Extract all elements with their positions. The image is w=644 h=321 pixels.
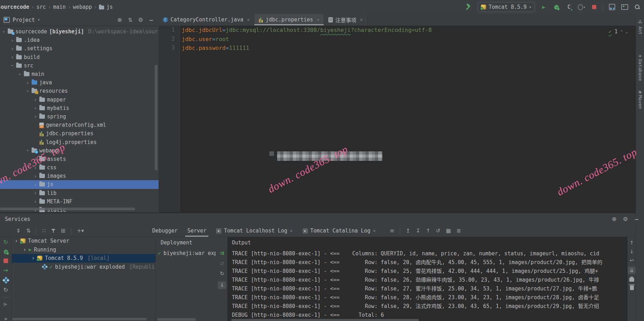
chevron-collapsed-icon[interactable]: › bbox=[34, 190, 37, 196]
chevron-expanded-icon[interactable]: › bbox=[10, 64, 15, 67]
upload-icon[interactable]: ↥ bbox=[406, 228, 410, 234]
services-tab-Debugger[interactable]: Debugger bbox=[147, 225, 182, 237]
project-settings-button[interactable]: ⚙ bbox=[137, 16, 145, 24]
tree-row-images[interactable]: ›images bbox=[0, 172, 159, 180]
tree-row-assets[interactable]: ›assets bbox=[0, 155, 159, 163]
deploy-icon[interactable]: → bbox=[4, 268, 8, 273]
close-icon[interactable]: × bbox=[290, 228, 293, 234]
chevron-expanded-icon[interactable]: › bbox=[23, 247, 26, 253]
tree-row-css[interactable]: ›css bbox=[0, 163, 159, 172]
inspection-widget[interactable]: ✓ 1 ⌃ ⌄ bbox=[609, 28, 628, 35]
resume-icon[interactable] bbox=[4, 302, 8, 307]
breadcrumb-item-sourcecode[interactable]: sourcecode bbox=[0, 4, 29, 10]
tree-row-webapp[interactable]: ›webapp bbox=[0, 146, 159, 155]
services-tree-row-Tomcat Server[interactable]: ›Tomcat Server bbox=[12, 237, 155, 245]
sidebar-item-maven[interactable]: m Maven bbox=[636, 90, 644, 110]
run-button[interactable]: ▶ bbox=[540, 3, 548, 11]
chevron-collapsed-icon[interactable]: › bbox=[34, 105, 37, 111]
soft-wrap-icon[interactable]: ↩ bbox=[630, 258, 634, 263]
tree-row-log4j.properties[interactable]: log4j.properties bbox=[0, 138, 159, 146]
tree-row-mapper[interactable]: ›mapper bbox=[0, 96, 159, 104]
build-hammer-icon[interactable] bbox=[465, 3, 472, 11]
chevron-collapsed-icon[interactable]: › bbox=[34, 165, 37, 170]
next-highlight-button[interactable]: ⌄ bbox=[625, 30, 628, 34]
chevron-expanded-icon[interactable]: › bbox=[32, 255, 35, 261]
editor-tab-注意事项[interactable]: 注意事项× bbox=[324, 14, 367, 25]
group-by-icon[interactable]: ∷ bbox=[42, 228, 46, 234]
chevron-collapsed-icon[interactable]: › bbox=[34, 199, 37, 204]
deployment-scrollbar[interactable] bbox=[157, 318, 196, 321]
history-icon[interactable]: ↺ bbox=[436, 228, 441, 234]
expand-all-icon[interactable]: ⇕ bbox=[16, 228, 21, 234]
chevron-collapsed-icon[interactable]: › bbox=[34, 182, 37, 187]
services-tree-scrollbar[interactable] bbox=[12, 318, 147, 320]
breadcrumb-item-js[interactable]: js bbox=[106, 4, 113, 10]
menu-icon[interactable]: ≡ bbox=[390, 228, 395, 234]
sidebar-item-ant[interactable]: ⁂ Ant bbox=[636, 18, 644, 36]
tree-row-META-INF[interactable]: ›META-INF bbox=[0, 197, 159, 206]
filter-icon[interactable] bbox=[51, 229, 55, 233]
tool-windows-button[interactable] bbox=[608, 3, 616, 11]
tree-row-java[interactable]: ›java bbox=[0, 78, 159, 87]
deploy-artifact-icon[interactable]: ⇉ bbox=[220, 251, 224, 256]
table-icon[interactable]: ▦ bbox=[446, 228, 451, 234]
stop-button[interactable] bbox=[590, 3, 598, 11]
tree-row-jdbc.properties[interactable]: jdbc.properties bbox=[0, 129, 159, 138]
scroll-to-end-button[interactable]: ⇊ bbox=[628, 267, 636, 274]
collapse-all-icon[interactable]: ⇅ bbox=[26, 228, 31, 234]
services-tab-Tomcat Catalina Log[interactable]: ▶Tomcat Catalina Log× bbox=[298, 225, 381, 237]
deployment-artifact-row[interactable]: ✓ biyesheji:war explo bbox=[158, 250, 216, 256]
close-icon[interactable]: × bbox=[373, 228, 376, 234]
chevron-collapsed-icon[interactable]: › bbox=[11, 38, 14, 43]
chevron-collapsed-icon[interactable]: › bbox=[26, 80, 29, 85]
rerun-server-icon[interactable]: ↻ bbox=[4, 240, 8, 245]
tree-row-src[interactable]: ›src bbox=[0, 61, 159, 70]
collapse-all-button[interactable]: ⇅ bbox=[126, 16, 134, 24]
close-icon[interactable]: × bbox=[360, 17, 363, 22]
project-tree-horizontal-scrollbar[interactable] bbox=[0, 208, 135, 210]
run-anything-button[interactable] bbox=[621, 3, 629, 11]
add-frame-icon[interactable]: ⊞ bbox=[61, 228, 66, 234]
close-icon[interactable]: × bbox=[247, 17, 250, 22]
services-tab-Server[interactable]: Server bbox=[182, 225, 211, 237]
output-scrollbar[interactable] bbox=[231, 319, 419, 321]
tree-row-lib[interactable]: ›lib bbox=[0, 189, 159, 197]
stop-server-icon[interactable] bbox=[4, 258, 8, 263]
chevron-collapsed-icon[interactable]: › bbox=[11, 46, 14, 51]
undeploy-icon[interactable]: ⇄ bbox=[220, 261, 224, 266]
tree-row-build[interactable]: ›build bbox=[0, 53, 159, 61]
chevron-expanded-icon[interactable]: › bbox=[25, 89, 31, 93]
refresh-icon[interactable]: ↻ bbox=[4, 287, 8, 293]
services-tree-row-Tomcat 8.5.9[interactable]: ›Tomcat 8.5.9[local] bbox=[12, 254, 155, 263]
sidebar-item-database[interactable]: ≋ Database bbox=[636, 53, 644, 83]
previous-highlight-button[interactable]: ⌃ bbox=[620, 30, 623, 34]
editor[interactable]: 123 jdbc.jdbcUrl=jdbc:mysql://localhost:… bbox=[159, 26, 636, 212]
chevron-collapsed-icon[interactable]: › bbox=[34, 173, 37, 179]
chevron-expanded-icon[interactable]: › bbox=[18, 72, 23, 76]
print-icon[interactable] bbox=[629, 278, 634, 282]
tree-row-js[interactable]: ›js bbox=[0, 180, 159, 189]
profiler-dropdown-button[interactable]: ▾ bbox=[578, 3, 585, 11]
clear-all-icon[interactable] bbox=[630, 286, 634, 290]
layout-icon[interactable]: ≣ bbox=[457, 228, 461, 234]
sync-icon[interactable]: ↻ bbox=[220, 271, 224, 276]
chevron-expanded-icon[interactable]: › bbox=[15, 238, 18, 244]
chevron-collapsed-icon[interactable]: › bbox=[34, 97, 37, 102]
services-diamond-icon[interactable] bbox=[2, 277, 9, 284]
tree-row-generatorConfig.xml[interactable]: generatorConfig.xml bbox=[0, 121, 159, 129]
services-hide-button[interactable]: — bbox=[633, 215, 640, 223]
services-settings-button[interactable]: ⚙ bbox=[622, 215, 629, 223]
services-locate-button[interactable]: ⊕ bbox=[610, 215, 618, 223]
chevron-expanded-icon[interactable]: › bbox=[1, 30, 7, 33]
tree-row-main[interactable]: ›main bbox=[0, 70, 159, 78]
editor-tab-jdbc.properties[interactable]: jdbc.properties× bbox=[254, 14, 324, 25]
tree-row-resources[interactable]: ›resources bbox=[0, 87, 159, 95]
chevron-collapsed-icon[interactable]: › bbox=[11, 54, 14, 60]
editor-tab-CategoryController.java[interactable]: CCategoryController.java× bbox=[159, 14, 254, 25]
chevron-expanded-icon[interactable]: › bbox=[25, 149, 31, 152]
services-tree-row-Running[interactable]: ›▶Running bbox=[12, 245, 155, 254]
run-configuration-selector[interactable]: Tomcat 8.5.9 ▾ bbox=[477, 2, 535, 12]
output-console[interactable]: Output TRACE [http-nio-8080-exec-1] - <=… bbox=[227, 237, 628, 321]
coverage-button[interactable]: C bbox=[565, 3, 573, 11]
search-everywhere-button[interactable] bbox=[633, 3, 641, 11]
